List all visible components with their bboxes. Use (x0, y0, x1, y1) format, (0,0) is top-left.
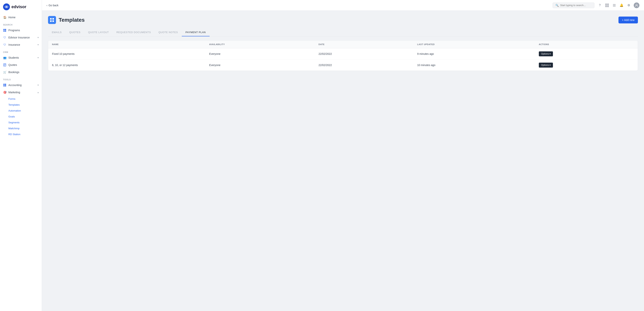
quotes-label: Quotes (8, 63, 17, 66)
sidebar-item-forms[interactable]: Forms (0, 96, 42, 102)
search-box[interactable]: 🔍 (552, 2, 594, 8)
cell-date-0: 22/02/2022 (315, 48, 414, 59)
cell-last-updated-1: 10 minutes ago (413, 59, 535, 71)
logo: edvisor (0, 0, 42, 14)
sidebar-item-mailchimp[interactable]: Mailchimp (0, 125, 42, 131)
main-content: ‹ Go back 🔍 ? (42, 0, 644, 311)
sidebar: edvisor 🏠 Home SEARCH Programs 🛡 Edvisor… (0, 0, 42, 311)
students-chevron: ▾ (38, 56, 39, 59)
sidebar-item-accounting[interactable]: Accounting ▾ (0, 81, 42, 89)
list-icon[interactable] (612, 3, 616, 7)
sidebar-item-home[interactable]: 🏠 Home (0, 14, 42, 21)
svg-rect-3 (4, 29, 4, 30)
tabs-bar: EMAILS QUOTES QUOTE LAYOUT REQUESTED DOC… (48, 28, 638, 36)
settings-icon[interactable]: ⚙ (626, 3, 631, 7)
tab-quote-notes[interactable]: QUOTE NOTES (155, 28, 182, 36)
svg-rect-13 (4, 85, 4, 86)
svg-rect-17 (606, 6, 607, 7)
go-back-button[interactable]: ‹ Go back (46, 4, 58, 7)
programs-label: Programs (8, 29, 20, 32)
svg-rect-15 (606, 4, 607, 5)
bookings-icon: 🛒 (3, 70, 6, 74)
tab-payment-plan[interactable]: PAYMENT PLAN (182, 28, 210, 36)
tab-quotes[interactable]: QUOTES (66, 28, 84, 36)
table-row: Fixed 10 payments Everyone 22/02/2022 9 … (48, 48, 638, 59)
edvisor-logo-icon (3, 3, 10, 10)
page-title: Templates (59, 17, 84, 23)
edvisor-insurance-label: Edvisor Insurance (8, 36, 30, 39)
sidebar-item-quotes[interactable]: Quotes (0, 61, 42, 68)
search-section-label: SEARCH (0, 21, 42, 27)
cell-availability-0: Everyone (206, 48, 315, 59)
programs-icon (3, 28, 6, 32)
options-button-0[interactable]: Options ▾ (539, 51, 553, 56)
svg-rect-14 (5, 85, 6, 86)
cell-name-1: 6, 10, or 12 payments (48, 59, 206, 71)
sidebar-item-automation[interactable]: Automation (0, 108, 42, 114)
page-header: Templates + Add new (48, 16, 638, 24)
tab-quote-layout[interactable]: QUOTE LAYOUT (84, 28, 112, 36)
sidebar-item-programs[interactable]: Programs (0, 27, 42, 34)
students-icon: 👥 (3, 56, 6, 59)
cell-last-updated-0: 9 minutes ago (413, 48, 535, 59)
svg-rect-11 (4, 84, 4, 85)
marketing-icon: 🎯 (3, 91, 6, 94)
options-button-1[interactable]: Options ▾ (539, 63, 553, 67)
bell-icon[interactable]: 🔔 (619, 3, 624, 7)
svg-rect-26 (52, 20, 54, 22)
cell-actions-0: Options ▾ (535, 48, 638, 59)
tools-section-label: TOOLS (0, 76, 42, 81)
search-input[interactable] (560, 4, 592, 7)
svg-rect-12 (5, 84, 6, 85)
col-actions: ACTIONS (535, 40, 638, 48)
edvisor-insurance-chevron: ▾ (38, 36, 39, 39)
payment-plans-table-container: NAME AVAILABILITY DATE LAST UPDATED ACTI… (48, 40, 638, 71)
sidebar-item-templates[interactable]: Templates (0, 102, 42, 108)
col-date: DATE (315, 40, 414, 48)
insurance-icon: 🛡 (3, 43, 6, 46)
svg-point-2 (6, 6, 7, 7)
svg-rect-16 (608, 4, 608, 5)
tab-emails[interactable]: EMAILS (48, 28, 66, 36)
logo-text: edvisor (12, 4, 26, 9)
sidebar-item-students[interactable]: 👥 Students ▾ (0, 54, 42, 61)
col-availability: AVAILABILITY (206, 40, 315, 48)
table-row: 6, 10, or 12 payments Everyone 22/02/202… (48, 59, 638, 71)
accounting-label: Accounting (8, 83, 22, 87)
sidebar-item-rd-station[interactable]: RD Station (0, 131, 42, 137)
add-new-button[interactable]: + Add new (618, 16, 638, 23)
cell-date-1: 22/02/2022 (315, 59, 414, 71)
home-icon: 🏠 (3, 15, 6, 19)
go-back-label: Go back (48, 4, 58, 7)
sidebar-item-goals[interactable]: Goals (0, 114, 42, 119)
sidebar-item-insurance[interactable]: 🛡 Insurance ▾ (0, 41, 42, 48)
marketing-chevron: ▴ (38, 91, 39, 94)
sidebar-item-bookings[interactable]: 🛒 Bookings (0, 68, 42, 76)
back-arrow-icon: ‹ (46, 4, 48, 7)
quotes-icon (3, 63, 6, 67)
topbar-icons: ? 🔔 ⚙ (598, 2, 640, 8)
svg-rect-25 (50, 20, 52, 22)
help-icon[interactable]: ? (598, 3, 602, 7)
sidebar-item-marketing[interactable]: 🎯 Marketing ▴ (0, 89, 42, 96)
svg-rect-18 (608, 6, 608, 7)
cell-name-0: Fixed 10 payments (48, 48, 206, 59)
page-title-icon (48, 16, 56, 24)
svg-rect-23 (50, 18, 52, 19)
insurance-label: Insurance (8, 43, 20, 46)
grid-icon[interactable] (605, 3, 609, 7)
sidebar-item-segments[interactable]: Segments (0, 119, 42, 125)
home-label: Home (8, 16, 16, 19)
accounting-chevron: ▾ (38, 84, 39, 86)
sidebar-navigation: 🏠 Home SEARCH Programs 🛡 Edvisor Insuran… (0, 14, 42, 311)
svg-rect-24 (52, 18, 54, 19)
tab-requested-documents[interactable]: REQUESTED DOCUMENTS (112, 28, 155, 36)
students-label: Students (8, 56, 19, 59)
topbar: ‹ Go back 🔍 ? (42, 0, 644, 11)
bookings-label: Bookings (8, 71, 20, 74)
user-avatar[interactable] (634, 2, 640, 8)
search-icon: 🔍 (556, 4, 559, 7)
col-name: NAME (48, 40, 206, 48)
sidebar-item-edvisor-insurance[interactable]: 🛡 Edvisor Insurance ▾ (0, 34, 42, 41)
page-title-group: Templates (48, 16, 84, 24)
